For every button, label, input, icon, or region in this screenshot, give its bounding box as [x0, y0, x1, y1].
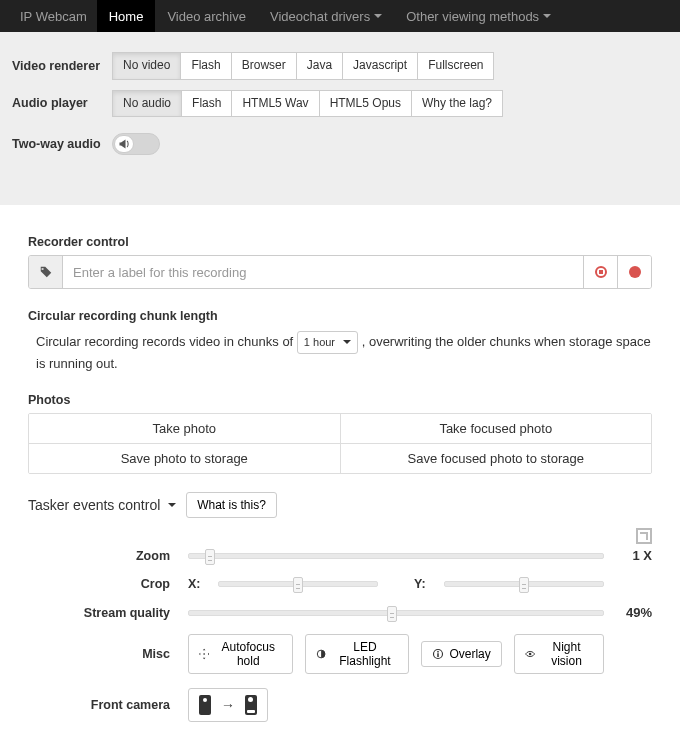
crop-x-label: X: — [188, 577, 206, 591]
crop-y-label: Y: — [414, 577, 432, 591]
svg-rect-4 — [438, 651, 440, 653]
vr-javascript[interactable]: Javascript — [342, 52, 418, 80]
brand[interactable]: IP Webcam — [10, 0, 97, 32]
slider-thumb[interactable] — [387, 606, 397, 622]
save-photo-button[interactable]: Save photo to storage — [29, 444, 340, 473]
chunk-description: Circular recording records video in chun… — [36, 331, 652, 373]
record-circular-icon — [595, 266, 607, 278]
video-renderer-label: Video renderer — [12, 59, 112, 73]
tasker-dropdown[interactable]: Tasker events control — [28, 497, 176, 513]
settings-panel: Video renderer No video Flash Browser Ja… — [0, 32, 680, 205]
record-circular-button[interactable] — [583, 256, 617, 288]
autofocus-hold-button[interactable]: Autofocus hold — [188, 634, 293, 674]
save-focused-photo-button[interactable]: Save focused photo to storage — [340, 444, 652, 473]
tag-icon — [29, 256, 63, 288]
move-icon — [199, 648, 209, 660]
slider-thumb[interactable] — [293, 577, 303, 593]
chevron-down-icon — [343, 340, 351, 344]
zoom-label: Zoom — [28, 549, 188, 563]
phone-back-icon — [245, 695, 257, 715]
ap-flash[interactable]: Flash — [181, 90, 232, 118]
front-camera-label: Front camera — [28, 698, 188, 712]
chunk-length-select[interactable]: 1 hour — [297, 331, 358, 354]
nav-video-archive[interactable]: Video archive — [155, 0, 258, 32]
crop-label: Crop — [28, 577, 188, 591]
ap-html5-wav[interactable]: HTML5 Wav — [231, 90, 319, 118]
info-icon — [432, 648, 444, 660]
photos-grid: Take photo Take focused photo Save photo… — [28, 413, 652, 474]
recorder-title: Recorder control — [28, 235, 652, 249]
svg-point-0 — [42, 268, 44, 270]
stream-controls: Zoom 1 X Crop X: Y: Stream quality 49% — [28, 528, 652, 722]
record-button[interactable] — [617, 256, 651, 288]
popout-icon[interactable] — [636, 528, 652, 544]
chevron-down-icon — [374, 14, 382, 18]
two-way-audio-toggle[interactable] — [112, 133, 160, 155]
vr-flash[interactable]: Flash — [180, 52, 231, 80]
ap-no-audio[interactable]: No audio — [112, 90, 182, 118]
vr-fullscreen[interactable]: Fullscreen — [417, 52, 494, 80]
nav-videochat-drivers[interactable]: Videochat drivers — [258, 0, 394, 32]
nav-other-methods[interactable]: Other viewing methods — [394, 0, 563, 32]
take-photo-button[interactable]: Take photo — [29, 414, 340, 443]
zoom-slider[interactable] — [188, 553, 604, 559]
svg-rect-3 — [438, 653, 440, 657]
main-content: Recorder control Circular recording chun… — [0, 205, 680, 752]
navbar: IP Webcam Home Video archive Videochat d… — [0, 0, 680, 32]
stream-quality-value: 49% — [604, 605, 652, 620]
vr-browser[interactable]: Browser — [231, 52, 297, 80]
stream-quality-slider[interactable] — [188, 610, 604, 616]
svg-point-5 — [529, 653, 532, 656]
vr-no-video[interactable]: No video — [112, 52, 181, 80]
photos-title: Photos — [28, 393, 652, 407]
audio-player-label: Audio player — [12, 96, 112, 110]
ap-why-lag[interactable]: Why the lag? — [411, 90, 503, 118]
video-renderer-group: No video Flash Browser Java Javascript F… — [112, 52, 494, 80]
nav-home[interactable]: Home — [97, 0, 156, 32]
bullhorn-icon — [114, 135, 134, 153]
switch-camera-button[interactable]: → — [188, 688, 268, 722]
eye-icon — [525, 648, 535, 660]
night-vision-button[interactable]: Night vision — [514, 634, 604, 674]
chevron-down-icon — [168, 503, 176, 507]
ap-html5-opus[interactable]: HTML5 Opus — [319, 90, 412, 118]
slider-thumb[interactable] — [519, 577, 529, 593]
overlay-button[interactable]: Overlay — [421, 641, 501, 667]
crop-y-slider[interactable] — [444, 581, 604, 587]
zoom-value: 1 X — [604, 548, 652, 563]
record-icon — [629, 266, 641, 278]
take-focused-photo-button[interactable]: Take focused photo — [340, 414, 652, 443]
recorder-input-group — [28, 255, 652, 289]
arrow-right-icon: → — [221, 697, 235, 713]
slider-thumb[interactable] — [205, 549, 215, 565]
chunk-title: Circular recording chunk length — [28, 309, 652, 323]
vr-java[interactable]: Java — [296, 52, 343, 80]
audio-player-group: No audio Flash HTML5 Wav HTML5 Opus Why … — [112, 90, 503, 118]
phone-front-icon — [199, 695, 211, 715]
misc-label: Misc — [28, 647, 188, 661]
led-flashlight-button[interactable]: LED Flashlight — [305, 634, 409, 674]
what-is-this-button[interactable]: What is this? — [186, 492, 277, 518]
recorder-label-input[interactable] — [63, 256, 583, 288]
two-way-audio-label: Two-way audio — [12, 137, 112, 151]
stream-quality-label: Stream quality — [28, 606, 188, 620]
crop-x-slider[interactable] — [218, 581, 378, 587]
contrast-icon — [316, 648, 326, 660]
chevron-down-icon — [543, 14, 551, 18]
